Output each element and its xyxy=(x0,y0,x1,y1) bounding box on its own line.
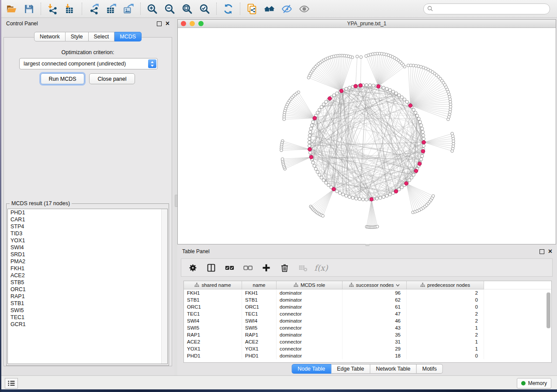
table-panel-title: Table Panel xyxy=(182,248,210,254)
mcds-result-item[interactable]: YOX1 xyxy=(8,237,167,244)
table-row[interactable]: SWI4SWI4dominator462 xyxy=(184,317,551,324)
tab-style[interactable]: Style xyxy=(66,32,89,41)
column-header-mcds-role[interactable]: MCDS role xyxy=(277,281,343,289)
run-mcds-button[interactable]: Run MCDS xyxy=(41,73,84,84)
table-row[interactable]: FKH1FKH1dominator962 xyxy=(184,289,551,296)
table-row[interactable]: STB1STB1dominator620 xyxy=(184,296,551,303)
apply-layout-icon[interactable] xyxy=(222,3,234,15)
network-window-title: YPA_prune.txt_1 xyxy=(347,21,387,27)
horizontal-splitter-handle[interactable] xyxy=(365,244,370,246)
task-history-button[interactable] xyxy=(5,378,18,389)
mcds-result-item[interactable]: TID3 xyxy=(8,230,167,237)
share-document-icon[interactable] xyxy=(246,3,258,15)
mcds-result-item[interactable]: TEC1 xyxy=(8,314,167,321)
table-cell: SWI5 xyxy=(184,324,242,331)
save-session-icon[interactable] xyxy=(23,3,35,15)
tab-edge-table[interactable]: Edge Table xyxy=(331,364,370,374)
mcds-result-item[interactable]: PMA2 xyxy=(8,258,167,265)
mcds-result-item[interactable]: ACE2 xyxy=(8,272,167,279)
mcds-result-item[interactable]: STB5 xyxy=(8,279,167,286)
mcds-result-item[interactable]: FKH1 xyxy=(8,265,167,272)
table-row[interactable]: RAP1RAP1dominator352 xyxy=(184,331,551,338)
tab-motifs[interactable]: Motifs xyxy=(416,364,443,374)
vertical-splitter[interactable] xyxy=(174,18,177,375)
table-row[interactable]: YOX1YOX1connector291 xyxy=(184,345,551,352)
table-scrollbar[interactable] xyxy=(547,292,550,328)
window-close-icon[interactable] xyxy=(181,21,186,26)
export-network-icon[interactable] xyxy=(88,3,100,15)
float-table-panel-icon[interactable] xyxy=(540,249,544,254)
tab-select[interactable]: Select xyxy=(89,32,115,41)
mcds-result-group: MCDS result (17 nodes) PHD1CAR1STP4TID3Y… xyxy=(6,203,169,366)
table-row[interactable]: ORC1ORC1dominator610 xyxy=(184,303,551,310)
search-input[interactable] xyxy=(435,6,548,13)
window-maximize-icon[interactable] xyxy=(198,21,204,26)
export-image-icon[interactable] xyxy=(123,3,135,15)
mcds-result-item[interactable]: GCR1 xyxy=(8,321,167,328)
table-cell: dominator xyxy=(277,317,343,324)
control-panel-tabs: NetworkStyleSelectMCDS xyxy=(1,32,174,41)
mcds-result-item[interactable]: PHD1 xyxy=(8,209,167,216)
mcds-result-item[interactable]: SWI5 xyxy=(8,307,167,314)
window-minimize-icon[interactable] xyxy=(190,21,195,26)
column-label: name xyxy=(253,282,266,288)
tab-node-table[interactable]: Node Table xyxy=(291,364,331,374)
import-network-from-file-icon[interactable] xyxy=(47,3,59,15)
hide-graphics-details-icon[interactable] xyxy=(281,3,293,15)
mcds-result-item[interactable]: RAP1 xyxy=(8,293,167,300)
zoom-selected-icon[interactable] xyxy=(199,3,211,15)
table-cell: YOX1 xyxy=(242,345,277,352)
table-row[interactable]: PHD1PHD1dominator180 xyxy=(184,352,551,359)
table-cell: SWI4 xyxy=(242,317,277,324)
tab-network[interactable]: Network xyxy=(34,32,66,41)
memory-button[interactable]: Memory xyxy=(517,378,551,389)
mcds-result-list[interactable]: PHD1CAR1STP4TID3YOX1SWI4SRD1PMA2FKH1ACE2… xyxy=(7,209,168,364)
table-row[interactable]: SWI5SWI5connector431 xyxy=(184,324,551,331)
table-mode-icon[interactable] xyxy=(187,262,198,273)
column-header-predecessor-nodes[interactable]: predecessor nodes xyxy=(407,281,484,289)
zoom-fit-icon[interactable] xyxy=(181,3,193,15)
zoom-in-icon[interactable] xyxy=(146,3,158,15)
show-columns-icon[interactable] xyxy=(206,262,216,273)
search-box[interactable] xyxy=(423,3,550,14)
shared-column-icon xyxy=(194,282,199,288)
mcds-result-item[interactable]: ORC1 xyxy=(8,286,167,293)
select-all-icon[interactable] xyxy=(224,262,235,273)
import-table-from-file-icon[interactable] xyxy=(64,3,76,15)
home-icon[interactable] xyxy=(263,3,275,15)
node-table[interactable]: shared namenameMCDS rolesuccessor nodesp… xyxy=(183,281,552,363)
close-panel-button[interactable]: Close panel xyxy=(89,73,135,84)
sort-down-icon xyxy=(396,282,400,288)
column-header-successor-nodes[interactable]: successor nodes xyxy=(343,281,407,289)
mcds-result-item[interactable]: CAR1 xyxy=(8,216,167,223)
close-panel-icon[interactable]: × xyxy=(166,21,170,26)
function-builder-icon[interactable]: f(x) xyxy=(316,262,326,273)
criterion-dropdown[interactable]: largest connected component (undirected) xyxy=(19,58,158,69)
table-panel: Table Panel × f(x) shared namenameMCDS r… xyxy=(177,246,557,375)
delete-table-icon[interactable] xyxy=(298,262,308,273)
table-cell: 2 xyxy=(407,310,484,317)
tab-network-table[interactable]: Network Table xyxy=(370,364,417,374)
mcds-result-item[interactable]: SWI4 xyxy=(8,244,167,251)
column-header-shared-name[interactable]: shared name xyxy=(184,281,242,289)
table-row[interactable]: ACE2ACE2connector311 xyxy=(184,338,551,345)
export-table-icon[interactable] xyxy=(105,3,117,15)
float-panel-icon[interactable] xyxy=(157,21,162,26)
network-canvas[interactable] xyxy=(178,28,556,244)
delete-icon[interactable] xyxy=(279,262,290,273)
result-list-scrollbar[interactable] xyxy=(161,209,167,364)
deselect-all-icon[interactable] xyxy=(242,262,253,273)
table-row[interactable]: TEC1TEC1connector472 xyxy=(184,310,551,317)
network-window-titlebar[interactable]: YPA_prune.txt_1 xyxy=(178,20,556,28)
mcds-result-item[interactable]: STB1 xyxy=(8,300,167,307)
add-icon[interactable] xyxy=(261,262,271,273)
zoom-out-icon[interactable] xyxy=(164,3,176,15)
table-cell: 62 xyxy=(343,296,407,303)
show-graphics-details-icon[interactable] xyxy=(298,3,310,15)
mcds-result-item[interactable]: SRD1 xyxy=(8,251,167,258)
open-file-icon[interactable] xyxy=(6,3,17,15)
mcds-result-item[interactable]: STP4 xyxy=(8,223,167,230)
close-table-panel-icon[interactable]: × xyxy=(548,249,552,254)
column-header-name[interactable]: name xyxy=(242,281,277,289)
tab-mcds[interactable]: MCDS xyxy=(114,32,142,41)
